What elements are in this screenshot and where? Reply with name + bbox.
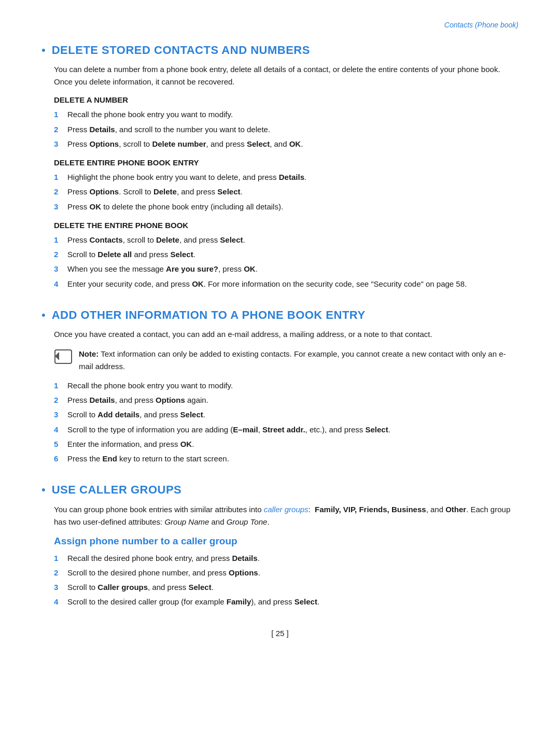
subsection-title-delete-entire-entry: DELETE ENTIRE PHONE BOOK ENTRY [54,158,519,167]
list-item: 3 Press Options, scroll to Delete number… [54,138,519,150]
list-text: Press Details, and scroll to the number … [67,123,270,135]
list-num: 2 [54,567,62,579]
list-item: 1 Recall the phone book entry you want t… [54,379,519,391]
subsection-title-assign-phone-number: Assign phone number to a caller group [54,536,519,547]
list-num: 1 [54,108,62,120]
subsection-assign-phone-number: Assign phone number to a caller group 1 … [54,536,519,608]
list-item: 4 Enter your security code, and press OK… [54,278,519,290]
subsection-title-delete-number: DELETE A NUMBER [54,95,519,104]
list-num: 3 [54,201,62,213]
list-text: Press Options, scroll to Delete number, … [67,138,303,150]
note-body: Text information can only be added to ex… [79,349,506,370]
bullet-icon: • [41,483,46,497]
section-heading-delete-stored: DELETE STORED CONTACTS AND NUMBERS [52,44,310,57]
list-item: 3 When you see the message Are you sure?… [54,263,519,275]
list-num: 2 [54,394,62,406]
list-num: 5 [54,438,62,450]
delete-entire-entry-list: 1 Highlight the phone book entry you wan… [54,171,519,213]
list-item: 1 Recall the desired phone book entry, a… [54,552,519,564]
add-other-info-list: 1 Recall the phone book entry you want t… [54,379,519,465]
section-body-add-other-info: Once you have created a contact, you can… [54,328,519,464]
section-heading-add-other-info: ADD OTHER INFORMATION TO A PHONE BOOK EN… [52,308,366,322]
list-text: Recall the phone book entry you want to … [67,379,233,391]
list-item: 2 Press Options. Scroll to Delete, and p… [54,186,519,198]
list-num: 1 [54,171,62,183]
list-text: Recall the phone book entry you want to … [67,108,233,120]
list-text: Press Contacts, scroll to Delete, and pr… [67,234,245,246]
bullet-icon: • [41,44,46,57]
list-item: 3 Scroll to Add details, and press Selec… [54,409,519,420]
list-num: 3 [54,409,62,420]
note-label: Note: [79,349,99,358]
list-text: Scroll to Caller groups, and press Selec… [67,581,214,593]
section-title-add-other-info: • ADD OTHER INFORMATION TO A PHONE BOOK … [41,308,519,322]
list-item: 2 Press Details, and scroll to the numbe… [54,123,519,135]
list-item: 6 Press the End key to return to the sta… [54,453,519,464]
list-item: 2 Scroll to Delete all and press Select. [54,248,519,260]
subsection-delete-number: DELETE A NUMBER 1 Recall the phone book … [54,95,519,150]
section-add-other-info: • ADD OTHER INFORMATION TO A PHONE BOOK … [41,308,519,464]
subsection-delete-entire-book: DELETE THE ENTIRE PHONE BOOK 1 Press Con… [54,221,519,290]
delete-number-list: 1 Recall the phone book entry you want t… [54,108,519,150]
use-caller-groups-intro: You can group phone book entries with si… [54,503,519,528]
list-text: Press the End key to return to the start… [67,453,229,464]
list-text: Scroll to Delete all and press Select. [67,248,195,260]
list-num: 2 [54,248,62,260]
add-other-info-intro: Once you have created a contact, you can… [54,328,519,341]
list-item: 2 Scroll to the desired phone number, an… [54,567,519,579]
page-number: [ 25 ] [41,629,519,638]
list-item: 3 Press OK to delete the phone book entr… [54,201,519,213]
section-delete-stored: • DELETE STORED CONTACTS AND NUMBERS You… [41,44,519,290]
list-text: Press Options. Scroll to Delete, and pre… [67,186,243,198]
list-text: Highlight the phone book entry you want … [67,171,306,183]
header-title: Contacts (Phone book) [444,21,519,29]
list-text: Press Details, and press Options again. [67,394,208,406]
list-item: 1 Highlight the phone book entry you wan… [54,171,519,183]
list-text: Recall the desired phone book entry, and… [67,552,260,564]
caller-groups-link: caller groups [264,505,309,514]
section-body-delete-stored: You can delete a number from a phone boo… [54,63,519,290]
note-arrow-icon [54,349,73,364]
list-text: When you see the message Are you sure?, … [67,263,258,275]
list-num: 4 [54,424,62,435]
section-body-use-caller-groups: You can group phone book entries with si… [54,503,519,608]
list-text: Enter the information, and press OK. [67,438,194,450]
assign-phone-number-list: 1 Recall the desired phone book entry, a… [54,552,519,608]
list-num: 2 [54,123,62,135]
delete-stored-intro: You can delete a number from a phone boo… [54,63,519,88]
list-text: Press OK to delete the phone book entry … [67,201,283,213]
subsection-title-delete-entire-book: DELETE THE ENTIRE PHONE BOOK [54,221,519,230]
list-item: 1 Recall the phone book entry you want t… [54,108,519,120]
subsection-delete-entire-entry: DELETE ENTIRE PHONE BOOK ENTRY 1 Highlig… [54,158,519,213]
list-text: Enter your security code, and press OK. … [67,278,467,290]
list-item: 2 Press Details, and press Options again… [54,394,519,406]
list-item: 4 Scroll to the desired caller group (fo… [54,596,519,608]
bullet-icon: • [41,308,46,322]
list-num: 1 [54,552,62,564]
list-item: 3 Scroll to Caller groups, and press Sel… [54,581,519,593]
list-num: 3 [54,581,62,593]
note-content: Note: Text information can only be added… [79,348,519,372]
list-text: Scroll to Add details, and press Select. [67,409,205,420]
list-text: Scroll to the type of information you ar… [67,424,390,435]
page-number-text: [ 25 ] [271,629,288,638]
list-num: 3 [54,138,62,150]
section-use-caller-groups: • USE CALLER GROUPS You can group phone … [41,483,519,608]
list-text: Scroll to the desired phone number, and … [67,567,260,579]
list-num: 2 [54,186,62,198]
delete-entire-book-list: 1 Press Contacts, scroll to Delete, and … [54,234,519,290]
list-num: 1 [54,234,62,246]
page-header: Contacts (Phone book) [41,21,519,29]
list-text: Scroll to the desired caller group (for … [67,596,319,608]
list-item: 4 Scroll to the type of information you … [54,424,519,435]
list-item: 1 Press Contacts, scroll to Delete, and … [54,234,519,246]
list-num: 6 [54,453,62,464]
note-box: Note: Text information can only be added… [54,348,519,372]
list-num: 4 [54,278,62,290]
section-heading-use-caller-groups: USE CALLER GROUPS [52,483,182,497]
list-item: 5 Enter the information, and press OK. [54,438,519,450]
section-title-use-caller-groups: • USE CALLER GROUPS [41,483,519,497]
list-num: 1 [54,379,62,391]
list-num: 3 [54,263,62,275]
svg-marker-1 [55,352,59,360]
